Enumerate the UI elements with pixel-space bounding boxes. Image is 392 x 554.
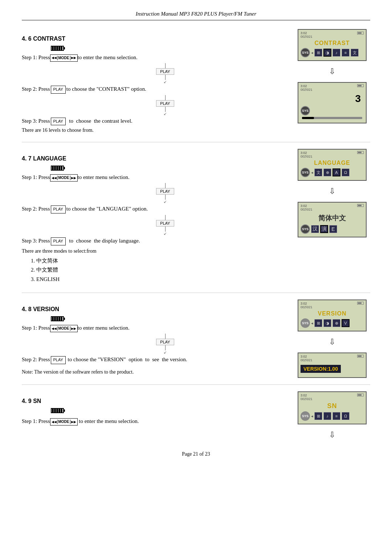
sn-left: 4. 9 SN Step 1: Press ◀◀ MODE ▶▶ to ente… xyxy=(22,391,287,440)
divider-3 xyxy=(22,384,370,385)
mode-btn-ver-s1: ◀◀ MODE ▶▶ xyxy=(50,325,78,332)
ver-screen1-status: 3:02 xyxy=(301,302,364,305)
lang-screen2-icons: SYS 汉 演 E xyxy=(301,224,364,234)
contrast-left: 4. 6 CONTRAST Step 1: Press ◀◀ MODE ▶▶ xyxy=(22,29,287,135)
step1-text: to enter the menu selection. xyxy=(78,53,138,62)
play-btn-s2: PLAY xyxy=(51,86,66,94)
lang-option-3: ENGLISH xyxy=(36,275,287,284)
lang-screen2: 3:02 002\021 简体中文 SYS 汉 演 E xyxy=(298,202,367,237)
lang-step3-label: Step 3: Press xyxy=(22,236,50,245)
screen1-track: 002\021 xyxy=(301,35,364,38)
down-arrow-ver: ⇩ xyxy=(329,337,335,347)
battery-bar-lang xyxy=(51,166,64,171)
divider-2 xyxy=(22,293,370,293)
ver-step1: Step 1: Press ◀◀ MODE ▶▶ to enter menu s… xyxy=(22,323,287,332)
footer-text: Page 21 of 23 xyxy=(182,451,210,457)
step3-text: to choose the contrast level. xyxy=(66,117,132,125)
lang-screen2-track: 002\021 xyxy=(301,208,364,211)
contrast-right: 3:02 002\021 CONTRAST SYS ◂ ⊞ ◑ ♪ ≡ 文 ⇩ … xyxy=(294,29,370,135)
lang-step2: Step 2: Press PLAY to choose the "LANGUA… xyxy=(22,204,287,213)
sn-screen1: 3:02 002\021 SN SYS ◂ ⊞ ♪ ≡ Ω xyxy=(298,391,367,424)
ver-screen2-version: VERSION:1.00 xyxy=(301,365,364,373)
ver-step2-label: Step 2: Press xyxy=(22,355,50,364)
icon-lang-1: 文 xyxy=(314,168,322,176)
icon-trad: 演 xyxy=(320,225,328,233)
version-left: 4. 8 VERSION Step 1: Press ◀◀ MODE ▶▶ to… xyxy=(22,300,287,378)
play-btn-lang-s2: PLAY xyxy=(51,205,66,213)
icon-eq: ≡ xyxy=(342,49,350,57)
lang-screen1-status: 3:02 xyxy=(301,151,364,155)
icon-hans: 汉 xyxy=(311,225,319,233)
divider-1 xyxy=(22,142,370,142)
icon-grid: ⊞ xyxy=(314,49,322,57)
play-img-lang-s1: PLAY ↙ xyxy=(44,183,287,204)
screen2-track: 002\021 xyxy=(301,88,364,91)
play-btn-lang-s3: PLAY xyxy=(51,237,66,245)
language-right: 3:02 002\021 LANGUAGE SYS ◂ 文 ⊕ A Ω ⇩ 3:… xyxy=(294,149,370,286)
ver-note: Note: The version of the software refers… xyxy=(22,369,287,375)
sn-step1: Step 1: Press ◀◀ MODE ▶▶ to enter the me… xyxy=(22,417,287,425)
lang-step3: Step 3: Press PLAY to choose the display… xyxy=(22,236,287,245)
ver-step1-text: to enter menu selection. xyxy=(78,323,130,332)
page-footer: Page 21 of 23 xyxy=(22,451,370,457)
down-arrow-sn: ⇩ xyxy=(329,430,335,440)
icon-en: E xyxy=(329,225,337,233)
mode-btn-lang-s1: ◀◀ MODE ▶▶ xyxy=(50,174,78,182)
play-img-lang-s2: PLAY ↙ xyxy=(44,215,287,236)
section-version: 4. 8 VERSION Step 1: Press ◀◀ MODE ▶▶ to… xyxy=(22,300,370,378)
contrast-screen1: 3:02 002\021 CONTRAST SYS ◂ ⊞ ◑ ♪ ≡ 文 xyxy=(298,29,367,61)
lang-list: 中文简体 中文繁體 ENGLISH xyxy=(36,256,287,284)
contrast-step3: Step 3: Press PLAY to choose the contras… xyxy=(22,117,287,126)
contrast-screen2: 3:02 002\021 3 SYS xyxy=(298,82,367,123)
step3-label: Step 3: Press xyxy=(22,117,50,125)
down-arrow-1: ⇩ xyxy=(329,67,335,76)
icon-ver-4: V xyxy=(342,319,350,327)
lang-option-2: 中文繁體 xyxy=(36,265,287,275)
icon-ver-3: ⊕ xyxy=(332,319,340,327)
screen1-icons: SYS ◂ ⊞ ◑ ♪ ≡ 文 xyxy=(301,48,364,57)
version-right: 3:02 002\021 VERSION SYS ◂ ⊞ ◑ ⊕ V ⇩ 3:0… xyxy=(294,300,370,378)
sn-screen1-title: SN xyxy=(301,402,364,410)
battery-bar-contrast xyxy=(51,46,64,51)
sys-btn-lang2: SYS xyxy=(301,224,310,234)
icon-sn-1: ⊞ xyxy=(314,412,322,420)
play-img-s1: PLAY ↙ xyxy=(44,63,287,84)
contrast-step2: Step 2: Press PLAY to choose the "CONTRA… xyxy=(22,85,287,94)
down-arrow-lang: ⇩ xyxy=(329,187,335,196)
play-img-s2: PLAY ↙ xyxy=(44,95,287,116)
screen1-title: CONTRAST xyxy=(301,40,364,46)
lang-screen1-icons: SYS ◂ 文 ⊕ A Ω xyxy=(301,168,364,177)
section-sn: 4. 9 SN Step 1: Press ◀◀ MODE ▶▶ to ente… xyxy=(22,391,370,440)
battery-bar-sn xyxy=(51,408,64,413)
step1-label: Step 1: Press xyxy=(22,53,50,62)
lang-step1: Step 1: Press ◀◀ MODE ▶▶ to enter menu s… xyxy=(22,173,287,182)
icon-lang: 文 xyxy=(351,49,359,57)
section-49-title: 4. 9 SN xyxy=(22,398,287,404)
lang-screen1: 3:02 002\021 LANGUAGE SYS ◂ 文 ⊕ A Ω xyxy=(298,149,367,181)
mode-btn-s1: ◀◀ MODE ▶▶ xyxy=(50,53,78,62)
sn-screen1-status: 3:02 xyxy=(301,394,364,397)
sn-step1-text: to enter the menu selection. xyxy=(78,417,139,425)
icon-sn-4: Ω xyxy=(342,412,350,420)
sn-screen1-icons: SYS ◂ ⊞ ♪ ≡ Ω xyxy=(301,411,364,421)
sn-right: 3:02 002\021 SN SYS ◂ ⊞ ♪ ≡ Ω ⇩ xyxy=(294,391,370,440)
play-btn-s3: PLAY xyxy=(51,118,66,126)
page-header: Instruction Manual MP3 F820 PLUS Player/… xyxy=(22,11,370,20)
icon-contrast: ◑ xyxy=(323,49,331,57)
screen1-batt xyxy=(357,31,364,35)
sys-btn-2: SYS xyxy=(301,106,310,115)
sys-btn-lang1: SYS xyxy=(301,168,310,177)
contrast-step1: Step 1: Press ◀◀ MODE ▶▶ to enter the me… xyxy=(22,53,287,62)
icon-ver-1: ⊞ xyxy=(314,319,322,327)
section-48-title: 4. 8 VERSION xyxy=(22,306,287,313)
ver-step2: Step 2: Press PLAY to choose the "VERSIO… xyxy=(22,355,287,364)
icon-lang-3: A xyxy=(332,168,340,176)
ver-screen2: 3:02 002\021 VERSION:1.00 xyxy=(298,353,367,378)
screen1-status: 3:02 xyxy=(301,31,364,35)
sys-btn-1: SYS xyxy=(301,48,310,57)
ver-step2-text: to choose the "VERSION" option to see th… xyxy=(66,355,187,364)
lang-step1-text: to enter menu selection. xyxy=(78,173,130,182)
icon-music: ♪ xyxy=(332,49,340,57)
icon-ver-2: ◑ xyxy=(323,319,331,327)
screen1-time: 3:02 xyxy=(301,31,307,35)
